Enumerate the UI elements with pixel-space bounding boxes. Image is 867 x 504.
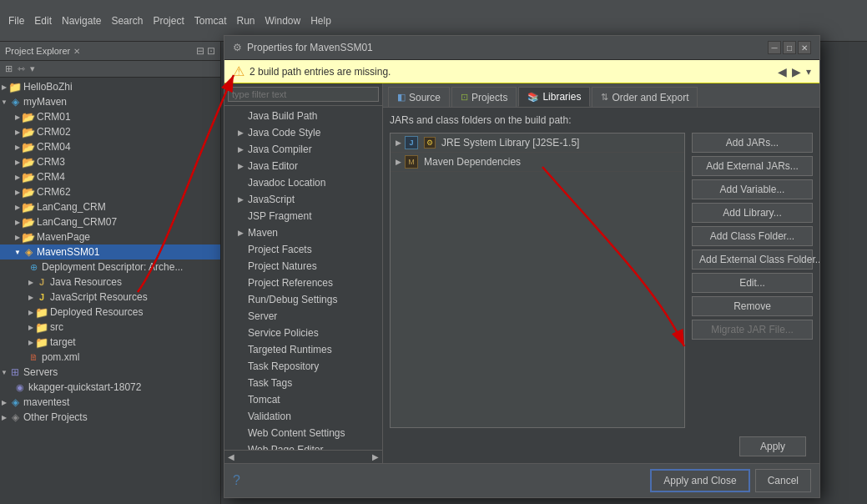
menu-project[interactable]: Project <box>148 15 189 27</box>
menu-file[interactable]: File <box>3 15 29 27</box>
build-path-item-maven[interactable]: ▶ M Maven Dependencies <box>391 153 684 172</box>
nav-item-TaskRepository[interactable]: Task Repository <box>224 358 382 375</box>
apply-button[interactable]: Apply <box>739 436 806 456</box>
nav-item-JavadocLocation[interactable]: Javadoc Location <box>224 174 382 191</box>
nav-item-Tomcat[interactable]: Tomcat <box>224 391 382 408</box>
tree-item-Servers[interactable]: ▼ ⊞ Servers <box>0 365 220 380</box>
filter-input[interactable] <box>228 87 379 102</box>
warning-menu-icon[interactable]: ▾ <box>806 66 811 78</box>
folder-icon-src: 📁 <box>35 320 48 334</box>
project-icon-OtherProjects: ◈ <box>8 411 22 424</box>
tree-item-src[interactable]: ▶ 📁 src <box>0 320 220 335</box>
nav-item-ServicePolicies[interactable]: Service Policies <box>224 325 382 341</box>
tree-item-target[interactable]: ▶ 📁 target <box>0 335 220 350</box>
tree-item-MavenSSM01[interactable]: ▼ ◈ MavenSSM01 <box>0 244 220 260</box>
dialog-restore-btn[interactable]: □ <box>783 41 796 54</box>
dialog-close-btn[interactable]: ✕ <box>798 41 811 54</box>
tab-order-label: Order and Export <box>612 92 688 103</box>
tab-libraries[interactable]: 📚 Libraries <box>518 87 590 107</box>
nav-item-ProjectNatures[interactable]: Project Natures <box>224 258 382 275</box>
folder-icon-target: 📁 <box>35 335 48 349</box>
tree-item-DeployedResources[interactable]: ▶ 📁 Deployed Resources <box>0 305 220 320</box>
tree-item-JavaScriptResources[interactable]: ▶ J JavaScript Resources <box>0 290 220 305</box>
menu-edit[interactable]: Edit <box>29 15 57 27</box>
tree-item-DeploymentDescriptor[interactable]: ⊕ Deployment Descriptor: Arche... <box>0 260 220 275</box>
nav-label-JavadocLocation: Javadoc Location <box>248 177 325 189</box>
next-warning-icon[interactable]: ▶ <box>792 65 801 78</box>
nav-item-ProjectFacets[interactable]: Project Facets <box>224 241 382 258</box>
nav-item-JavaBuildPath[interactable]: Java Build Path <box>224 108 382 124</box>
maximize-icon[interactable]: ⊡ <box>207 45 215 57</box>
tree-item-helloboZhi[interactable]: ▶ 📁 HelloBoZhi <box>0 79 220 94</box>
nav-item-RunDebugSettings[interactable]: Run/Debug Settings <box>224 291 382 308</box>
nav-arrow-JavaEditor: ▶ <box>238 162 244 170</box>
migrate-jar-button[interactable]: Migrate JAR File... <box>692 320 813 340</box>
add-library-button[interactable]: Add Library... <box>692 203 813 223</box>
tree-item-CRM01[interactable]: ▶ 📂 CRM01 <box>0 109 220 124</box>
add-variable-button[interactable]: Add Variable... <box>692 179 813 199</box>
minimize-icon[interactable]: ⊟ <box>196 45 204 57</box>
add-external-jars-button[interactable]: Add External JARs... <box>692 156 813 176</box>
add-class-folder-button[interactable]: Add Class Folder... <box>692 226 813 246</box>
menu-run[interactable]: Run <box>231 15 260 27</box>
nav-item-JSPFragment[interactable]: JSP Fragment <box>224 208 382 224</box>
folder-icon-CRM04: 📂 <box>22 140 35 154</box>
nav-arrow-JavaCompiler: ▶ <box>238 145 244 154</box>
menu-window[interactable]: Window <box>260 15 306 27</box>
add-jars-button[interactable]: Add JARs... <box>692 133 813 153</box>
nav-item-Validation[interactable]: Validation <box>224 408 382 425</box>
collapse-all-icon[interactable]: ⊞ <box>3 63 14 75</box>
tree-item-CRM3[interactable]: ▶ 📂 CRM3 <box>0 154 220 169</box>
tree-item-MavenPage[interactable]: ▶ 📂 MavenPage <box>0 229 220 244</box>
tree-item-pomxml[interactable]: 🗎 pom.xml <box>0 350 220 365</box>
tree-item-kkapger[interactable]: ◉ kkapger-quickstart-18072 <box>0 380 220 395</box>
menu-tomcat[interactable]: Tomcat <box>189 15 232 27</box>
tree-item-myMaven[interactable]: ▼ ◈ myMaven <box>0 94 220 109</box>
tab-order-and-export[interactable]: ⇅ Order and Export <box>592 87 698 107</box>
nav-item-TargetedRuntimes[interactable]: Targeted Runtimes <box>224 341 382 358</box>
tree-item-CRM04[interactable]: ▶ 📂 CRM04 <box>0 139 220 154</box>
build-path-list[interactable]: ▶ J ⚙ JRE System Library [J2SE-1.5] ▶ M … <box>390 133 685 428</box>
tree-arrow-Servers: ▼ <box>0 368 8 376</box>
scroll-right-icon[interactable]: ▶ <box>372 452 379 461</box>
prev-warning-icon[interactable]: ◀ <box>778 65 787 78</box>
tree-item-maventest[interactable]: ▶ ◈ maventest <box>0 395 220 410</box>
nav-item-WebPageEditor[interactable]: Web Page Editor <box>224 441 382 450</box>
tree-item-OtherProjects[interactable]: ▶ ◈ Other Projects <box>0 410 220 425</box>
help-icon[interactable]: ? <box>233 473 240 488</box>
tab-projects[interactable]: ⊡ Projects <box>451 87 517 107</box>
dialog-minimize-btn[interactable]: ─ <box>768 41 781 54</box>
cancel-button[interactable]: Cancel <box>755 469 811 492</box>
nav-item-JavaEditor[interactable]: ▶ Java Editor <box>224 158 382 174</box>
nav-item-ProjectReferences[interactable]: Project References <box>224 275 382 291</box>
warning-text: 2 build path entries are missing. <box>250 66 391 78</box>
add-external-class-folder-button[interactable]: Add External Class Folder... <box>692 249 813 270</box>
nav-item-TaskTags[interactable]: Task Tags <box>224 375 382 391</box>
remove-button[interactable]: Remove <box>692 296 813 316</box>
view-menu-icon[interactable]: ▾ <box>28 63 37 75</box>
tree-item-LanCang_CRM[interactable]: ▶ 📂 LanCang_CRM <box>0 199 220 214</box>
menu-search[interactable]: Search <box>106 15 148 27</box>
apply-and-close-button[interactable]: Apply and Close <box>650 469 749 492</box>
tree-item-CRM02[interactable]: ▶ 📂 CRM02 <box>0 124 220 139</box>
scroll-left-icon[interactable]: ◀ <box>228 452 234 461</box>
tree-item-CRM62[interactable]: ▶ 📂 CRM62 <box>0 184 220 199</box>
tree-item-CRM4[interactable]: ▶ 📂 CRM4 <box>0 169 220 184</box>
nav-item-Server[interactable]: Server <box>224 308 382 325</box>
nav-item-JavaCodeStyle[interactable]: ▶ Java Code Style <box>224 124 382 141</box>
build-path-item-jre[interactable]: ▶ J ⚙ JRE System Library [J2SE-1.5] <box>391 134 684 153</box>
nav-item-JavaCompiler[interactable]: ▶ Java Compiler <box>224 141 382 158</box>
tree-item-LanCang_CRM07[interactable]: ▶ 📂 LanCang_CRM07 <box>0 214 220 229</box>
menu-navigate[interactable]: Navigate <box>57 15 106 27</box>
tab-source[interactable]: ◧ Source <box>388 87 450 107</box>
nav-item-Maven[interactable]: ▶ Maven <box>224 224 382 241</box>
nav-item-JavaScript[interactable]: ▶ JavaScript <box>224 191 382 208</box>
dialog-controls: ─ □ ✕ <box>768 41 811 54</box>
warning-icon: ⚠ <box>233 63 244 79</box>
menu-help[interactable]: Help <box>305 15 336 27</box>
nav-item-WebContentSettings[interactable]: Web Content Settings <box>224 425 382 441</box>
tree-item-JavaResources[interactable]: ▶ J Java Resources <box>0 275 220 290</box>
close-icon[interactable]: ✕ <box>73 47 80 56</box>
link-with-editor-icon[interactable]: ⇿ <box>16 63 27 75</box>
edit-button[interactable]: Edit... <box>692 273 813 293</box>
